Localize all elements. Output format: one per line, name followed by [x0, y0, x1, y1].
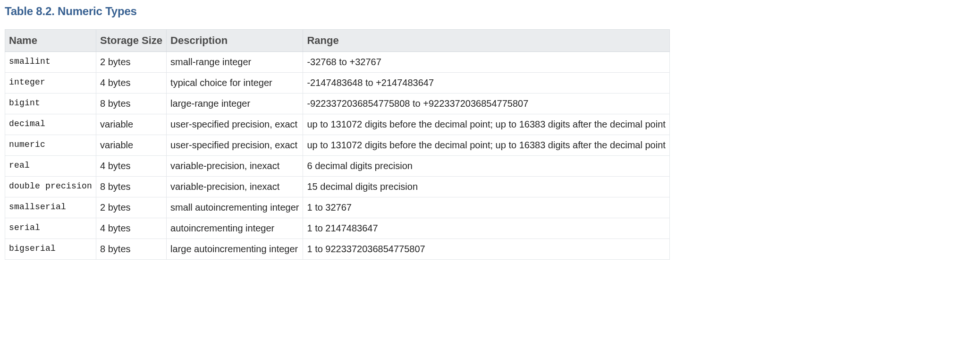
table-row: smallint 2 bytes small-range integer -32… — [5, 52, 670, 73]
header-storage: Storage Size — [96, 30, 167, 52]
numeric-types-table: Name Storage Size Description Range smal… — [5, 29, 670, 260]
cell-description: typical choice for integer — [167, 73, 303, 94]
cell-range: 1 to 9223372036854775807 — [303, 239, 669, 260]
cell-storage: variable — [96, 114, 167, 135]
table-row: real 4 bytes variable-precision, inexact… — [5, 156, 670, 177]
cell-name: serial — [5, 218, 96, 239]
cell-range: -2147483648 to +2147483647 — [303, 73, 669, 94]
header-range: Range — [303, 30, 669, 52]
cell-name: smallint — [5, 52, 96, 73]
cell-range: -32768 to +32767 — [303, 52, 669, 73]
cell-storage: 8 bytes — [96, 239, 167, 260]
cell-range: 1 to 32767 — [303, 197, 669, 218]
cell-description: user-specified precision, exact — [167, 114, 303, 135]
cell-range: 6 decimal digits precision — [303, 156, 669, 177]
table-row: bigint 8 bytes large-range integer -9223… — [5, 94, 670, 114]
cell-range: -9223372036854775808 to +922337203685477… — [303, 94, 669, 114]
table-row: double precision 8 bytes variable-precis… — [5, 177, 670, 197]
cell-storage: 8 bytes — [96, 94, 167, 114]
cell-description: small autoincrementing integer — [167, 197, 303, 218]
table-row: bigserial 8 bytes large autoincrementing… — [5, 239, 670, 260]
cell-name: integer — [5, 73, 96, 94]
table-row: serial 4 bytes autoincrementing integer … — [5, 218, 670, 239]
cell-name: bigint — [5, 94, 96, 114]
cell-description: large-range integer — [167, 94, 303, 114]
table-row: smallserial 2 bytes small autoincrementi… — [5, 197, 670, 218]
table-row: integer 4 bytes typical choice for integ… — [5, 73, 670, 94]
cell-description: variable-precision, inexact — [167, 156, 303, 177]
table-row: decimal variable user-specified precisio… — [5, 114, 670, 135]
table-header-row: Name Storage Size Description Range — [5, 30, 670, 52]
header-description: Description — [167, 30, 303, 52]
cell-description: variable-precision, inexact — [167, 177, 303, 197]
cell-storage: variable — [96, 135, 167, 156]
table-title: Table 8.2. Numeric Types — [5, 5, 975, 18]
cell-storage: 2 bytes — [96, 197, 167, 218]
cell-storage: 2 bytes — [96, 52, 167, 73]
cell-description: large autoincrementing integer — [167, 239, 303, 260]
cell-name: smallserial — [5, 197, 96, 218]
cell-storage: 4 bytes — [96, 218, 167, 239]
cell-name: real — [5, 156, 96, 177]
cell-range: 1 to 2147483647 — [303, 218, 669, 239]
header-name: Name — [5, 30, 96, 52]
table-row: numeric variable user-specified precisio… — [5, 135, 670, 156]
cell-name: numeric — [5, 135, 96, 156]
cell-storage: 4 bytes — [96, 73, 167, 94]
cell-storage: 4 bytes — [96, 156, 167, 177]
cell-description: user-specified precision, exact — [167, 135, 303, 156]
cell-range: up to 131072 digits before the decimal p… — [303, 114, 669, 135]
cell-description: small-range integer — [167, 52, 303, 73]
cell-name: decimal — [5, 114, 96, 135]
cell-range: 15 decimal digits precision — [303, 177, 669, 197]
cell-name: bigserial — [5, 239, 96, 260]
cell-storage: 8 bytes — [96, 177, 167, 197]
cell-description: autoincrementing integer — [167, 218, 303, 239]
cell-name: double precision — [5, 177, 96, 197]
cell-range: up to 131072 digits before the decimal p… — [303, 135, 669, 156]
